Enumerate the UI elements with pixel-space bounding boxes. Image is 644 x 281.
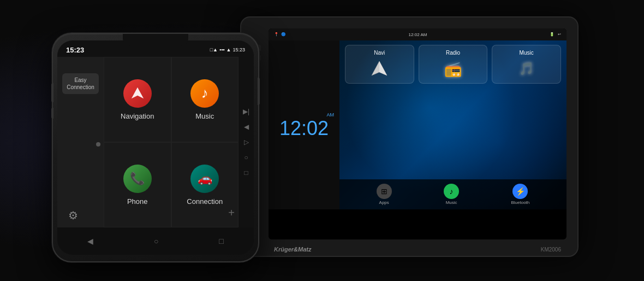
easy-connection-line2: Connection xyxy=(67,84,94,91)
phone-right-controls: ▶| ◀ ▷ ○ □ xyxy=(238,57,254,227)
car-navi-label: Navi xyxy=(374,50,385,56)
nav-back-icon[interactable]: ◀ xyxy=(87,237,93,245)
car-big-time: 12:02 xyxy=(279,119,329,138)
car-brand-bar: Krüger&Matz KM2006 xyxy=(269,246,567,253)
recent-apps-icon[interactable]: □ xyxy=(244,169,248,177)
phone-icon: 📞 xyxy=(123,165,152,193)
car-back-icon: ↩ xyxy=(558,32,561,37)
car-navi-icon xyxy=(369,59,389,79)
car-status-right: 🔋 ↩ xyxy=(550,32,561,37)
phone-nav-bar: ◀ ○ □ xyxy=(57,227,254,255)
car-radio-icon: 📻 xyxy=(443,59,463,79)
car-battery-icon: 🔋 xyxy=(550,32,554,37)
phone-power-button[interactable] xyxy=(258,78,260,105)
phone-app-grid: Navigation ♪ Music 📞 Phone xyxy=(104,57,238,227)
music-label: Music xyxy=(195,112,214,120)
navigation-icon xyxy=(123,79,152,108)
play-next-icon[interactable]: ▶| xyxy=(243,108,249,115)
settings-button[interactable]: ⚙ xyxy=(68,209,78,222)
phone-status-icons: □▲ ▪▪▪ ▲ 15:23 xyxy=(210,47,245,52)
clock-icon: 15:23 xyxy=(232,47,245,52)
navigation-label: Navigation xyxy=(121,112,154,120)
music-icon: ♪ xyxy=(190,79,219,108)
car-brand-name: Krüger&Matz xyxy=(274,246,311,253)
phone-body: 15:23 □▲ ▪▪▪ ▲ 15:23 Easy Connection xyxy=(52,33,259,262)
car-location-icon: 📍 xyxy=(274,32,279,37)
car-bluetooth-bottom-label: Bluetooth xyxy=(511,200,529,205)
car-bottom-apps[interactable]: ⊞ Apps xyxy=(377,184,392,205)
phone-screen: 15:23 □▲ ▪▪▪ ▲ 15:23 Easy Connection xyxy=(57,40,254,255)
connection-icon: 🚗 xyxy=(190,165,219,193)
car-status-bar: 📍 🔵 12:02 AM 🔋 ↩ xyxy=(269,28,567,40)
nav-recent-icon[interactable]: □ xyxy=(219,237,223,245)
phone-label: Phone xyxy=(127,197,148,206)
phone-app-phone[interactable]: 📞 Phone xyxy=(104,142,171,227)
easy-connection-line1: Easy xyxy=(67,77,94,84)
back-icon[interactable]: ◀ xyxy=(244,123,249,131)
phone-app-music[interactable]: ♪ Music xyxy=(171,57,239,142)
car-music-bottom-icon: ♪ xyxy=(444,184,459,199)
car-music-bottom-label: Music xyxy=(446,200,457,205)
car-bluetooth-icon: 🔵 xyxy=(281,32,286,37)
phone-content: Easy Connection Navigation xyxy=(57,57,254,227)
home-circle-icon[interactable]: ○ xyxy=(244,154,248,161)
phone-volume-button[interactable] xyxy=(51,83,53,102)
car-music-icon: 🎵 xyxy=(517,59,536,79)
car-left-panel: AM 12:02 xyxy=(269,40,339,209)
car-app-radio[interactable]: Radio 📻 xyxy=(419,45,488,84)
car-apps-label: Apps xyxy=(379,200,389,205)
car-app-music[interactable]: Music 🎵 xyxy=(492,45,561,84)
car-main-area: AM 12:02 Navi xyxy=(269,40,567,209)
signal-icon: ▪▪▪ xyxy=(219,47,225,52)
car-radio-label: Radio xyxy=(446,50,460,56)
car-app-row: Navi Radio 📻 xyxy=(345,45,561,84)
car-bottom-music[interactable]: ♪ Music xyxy=(444,184,459,205)
car-unit: MIC RST ⏻ 📍 🔵 12:02 AM 🔋 ↩ xyxy=(240,16,579,257)
nav-home-icon[interactable]: ○ xyxy=(154,237,158,245)
car-bluetooth-bottom-icon: ⚡ xyxy=(512,184,528,199)
easy-connection-badge: Easy Connection xyxy=(62,73,99,94)
sim-icon: □▲ xyxy=(210,47,218,52)
car-music-label: Music xyxy=(520,50,534,56)
car-bottom-bluetooth[interactable]: ⚡ Bluetooth xyxy=(511,184,529,205)
phone-app-navigation[interactable]: Navigation xyxy=(104,57,171,142)
phone-mute-button[interactable] xyxy=(51,108,53,119)
car-unit-body: MIC RST ⏻ 📍 🔵 12:02 AM 🔋 ↩ xyxy=(240,16,579,257)
phone-notch xyxy=(123,34,188,46)
car-status-left: 📍 🔵 xyxy=(274,32,286,37)
car-am-pm: AM xyxy=(274,112,334,118)
phone-left-strip: Easy Connection xyxy=(57,57,104,227)
car-apps-icon: ⊞ xyxy=(377,184,392,199)
phone-indicator-dot xyxy=(96,142,100,147)
car-status-time: 12:02 AM xyxy=(409,32,427,37)
car-model: KM2006 xyxy=(541,247,561,253)
svg-marker-2 xyxy=(132,87,144,98)
car-right-panel: Navi Radio 📻 xyxy=(339,40,567,209)
next-icon[interactable]: ▷ xyxy=(244,138,249,146)
add-button[interactable]: + xyxy=(228,207,235,219)
phone: 15:23 □▲ ▪▪▪ ▲ 15:23 Easy Connection xyxy=(52,33,259,262)
car-screen: 📍 🔵 12:02 AM 🔋 ↩ AM 12:02 xyxy=(269,28,567,239)
connection-label: Connection xyxy=(187,197,223,206)
phone-time: 15:23 xyxy=(66,46,84,54)
car-app-navi[interactable]: Navi xyxy=(345,45,414,84)
wifi-icon: ▲ xyxy=(226,47,231,52)
car-bottom-bar: ⊞ Apps ♪ Music ⚡ Bluetooth xyxy=(339,179,567,209)
